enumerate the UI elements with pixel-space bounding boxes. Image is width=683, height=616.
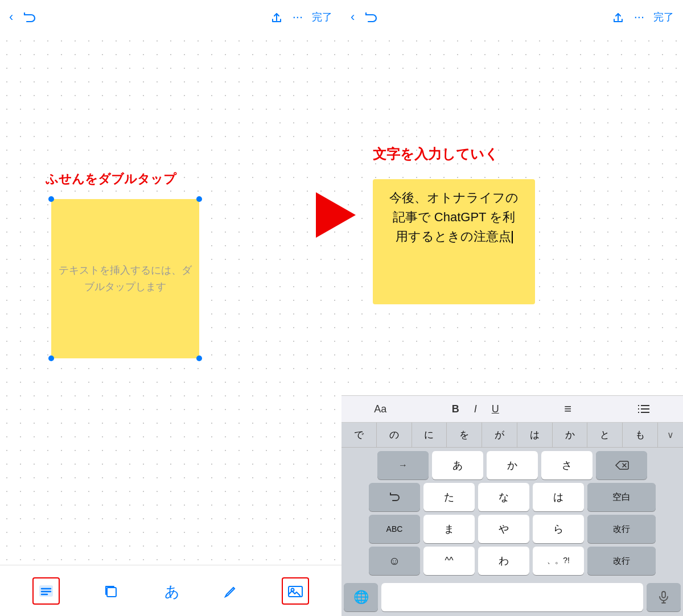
key-ya[interactable]: や <box>478 515 529 543</box>
sticky-content: 今後、オトナライフの 記事で ChatGPT を利 用するときの注意点 <box>382 188 526 246</box>
right-nav-bar: ‹ ··· 完了 <box>342 0 683 34</box>
format-bar: Aa B I U ≡ <box>342 395 683 423</box>
kbd-row-4: ☺ ^^ わ 、。?! 改行 <box>344 547 681 575</box>
handle-tr[interactable] <box>196 196 202 202</box>
key-return[interactable]: 改行 <box>587 515 656 543</box>
key-ta[interactable]: た <box>423 483 475 511</box>
key-rows: → あ か さ <box>342 448 683 581</box>
svg-text:あ: あ <box>164 584 180 600</box>
key-ma[interactable]: ま <box>423 515 475 543</box>
text-tool-button[interactable]: あ <box>162 582 180 600</box>
key-space[interactable]: 空白 <box>587 483 656 511</box>
suggest-wo[interactable]: を <box>447 423 482 447</box>
key-ha[interactable]: は <box>533 483 584 511</box>
key-abc[interactable]: ABC <box>369 515 420 543</box>
right-panel: ‹ ··· 完了 文字を入力していく 今後、オトナラ <box>342 0 683 616</box>
key-sa[interactable]: さ <box>541 451 593 479</box>
right-back-button[interactable]: ‹ <box>351 10 355 24</box>
right-share-button[interactable] <box>611 10 625 24</box>
suggest-ha[interactable]: は <box>517 423 553 447</box>
kbd-row-2: た な は 空白 <box>344 483 681 511</box>
key-undo[interactable] <box>369 483 420 511</box>
left-canvas: ふせんをダブルタップ テキストを挿入するには、ダブルタップします <box>0 34 342 565</box>
suggest-row: で の に を が は か と も ∨ <box>342 423 683 448</box>
list-button[interactable] <box>630 400 657 418</box>
font-size-button[interactable]: Aa <box>367 401 393 417</box>
note-tool-button[interactable] <box>32 577 60 605</box>
suggest-ga[interactable]: が <box>482 423 517 447</box>
svg-rect-5 <box>107 588 116 597</box>
handle-br[interactable] <box>196 355 202 361</box>
suggest-ni[interactable]: に <box>412 423 447 447</box>
key-a[interactable]: あ <box>432 451 483 479</box>
text-cursor <box>512 231 513 243</box>
svg-rect-18 <box>662 592 665 598</box>
key-delete[interactable] <box>596 451 647 479</box>
underline-button[interactable]: U <box>485 401 506 417</box>
right-more-button[interactable]: ··· <box>634 10 644 24</box>
left-bottom-toolbar: あ <box>0 565 342 616</box>
handle-bl[interactable] <box>48 355 54 361</box>
left-done-button[interactable]: 完了 <box>312 10 332 24</box>
image-tool-button[interactable] <box>282 577 309 605</box>
suggest-no[interactable]: の <box>377 423 412 447</box>
right-canvas: 文字を入力していく 今後、オトナライフの 記事で ChatGPT を利 用すると… <box>342 34 683 395</box>
direction-arrow <box>316 192 356 238</box>
key-mic[interactable] <box>647 583 681 611</box>
suggest-mo[interactable]: も <box>623 423 658 447</box>
left-undo-button[interactable] <box>22 10 36 24</box>
bold-button[interactable]: B <box>445 401 466 417</box>
right-annotation: 文字を入力していく <box>373 145 499 163</box>
left-sticky-placeholder: テキストを挿入するには、ダブルタップします <box>51 255 199 302</box>
suggest-to[interactable]: と <box>587 423 623 447</box>
key-globe[interactable]: 🌐 <box>344 583 378 611</box>
left-sticky-note[interactable]: テキストを挿入するには、ダブルタップします <box>51 199 199 358</box>
kbd-bottom-row: 🌐 <box>342 581 683 616</box>
left-more-button[interactable]: ··· <box>293 10 303 24</box>
key-spacebar[interactable] <box>381 583 643 611</box>
key-arrow[interactable]: → <box>377 451 429 479</box>
handle-tl[interactable] <box>48 196 54 202</box>
key-na[interactable]: な <box>478 483 529 511</box>
kbd-row-3: ABC ま や ら 改行 <box>344 515 681 543</box>
copy-tool-button[interactable] <box>101 582 120 600</box>
key-ra[interactable]: ら <box>533 515 584 543</box>
key-return2[interactable]: 改行 <box>587 547 656 575</box>
left-share-button[interactable] <box>270 10 283 24</box>
left-annotation: ふせんをダブルタップ <box>46 171 176 188</box>
suggest-de[interactable]: で <box>342 423 377 447</box>
suggest-ka[interactable]: か <box>553 423 588 447</box>
right-undo-button[interactable] <box>364 10 377 24</box>
left-nav-bar: ‹ ··· 完了 <box>0 0 342 34</box>
left-back-button[interactable]: ‹ <box>9 10 13 24</box>
right-done-button[interactable]: 完了 <box>653 10 674 24</box>
key-emoji[interactable]: ☺ <box>369 547 420 575</box>
japanese-keyboard: で の に を が は か と も ∨ → あ か さ <box>342 423 683 616</box>
key-dakuten[interactable]: ^^ <box>423 547 475 575</box>
pen-tool-button[interactable] <box>222 582 240 600</box>
right-sticky-note[interactable]: 今後、オトナライフの 記事で ChatGPT を利 用するときの注意点 <box>373 179 535 304</box>
key-ka[interactable]: か <box>487 451 538 479</box>
key-wa[interactable]: わ <box>478 547 529 575</box>
italic-button[interactable]: I <box>467 401 484 417</box>
left-panel: ‹ ··· 完了 ふせんをダブルタップ テキストを挿入するには、ダブルタップしま… <box>0 0 342 616</box>
note-icon <box>37 582 55 600</box>
key-punct[interactable]: 、。?! <box>533 547 584 575</box>
suggest-chevron[interactable]: ∨ <box>658 429 683 440</box>
kbd-row-1: → あ か さ <box>344 451 681 479</box>
align-button[interactable]: ≡ <box>557 399 578 419</box>
